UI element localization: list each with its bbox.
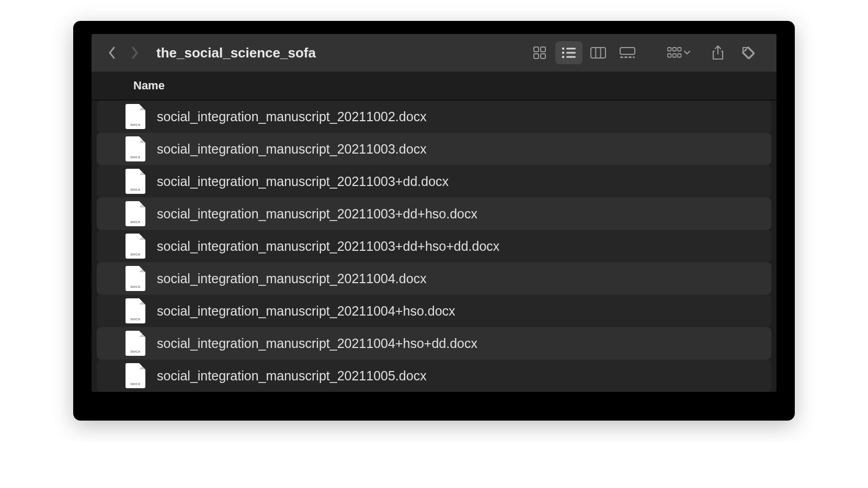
svg-rect-7 [566, 52, 576, 54]
file-name-label: social_integration_manuscript_20211004+h… [157, 304, 455, 319]
file-list: DOCX social_integration_manuscript_20211… [92, 100, 776, 392]
share-button[interactable] [704, 41, 732, 64]
svg-rect-9 [566, 56, 576, 58]
svg-rect-14 [620, 56, 623, 58]
svg-rect-21 [668, 54, 671, 57]
svg-rect-10 [591, 48, 606, 58]
file-row[interactable]: DOCX social_integration_manuscript_20211… [97, 197, 771, 230]
svg-rect-2 [534, 54, 539, 59]
svg-rect-16 [629, 56, 632, 58]
svg-rect-0 [534, 47, 539, 52]
svg-rect-19 [673, 48, 677, 51]
file-name-label: social_integration_manuscript_20211004+h… [157, 336, 477, 351]
file-name-label: social_integration_manuscript_20211004.d… [157, 271, 427, 286]
file-row[interactable]: DOCX social_integration_manuscript_20211… [97, 165, 771, 197]
docx-file-icon: DOCX [125, 331, 145, 356]
file-row[interactable]: DOCX social_integration_manuscript_20211… [97, 100, 771, 133]
file-row[interactable]: DOCX social_integration_manuscript_20211… [97, 230, 771, 262]
svg-rect-1 [541, 47, 545, 52]
docx-file-icon: DOCX [125, 104, 145, 129]
nav-arrows [106, 47, 141, 59]
gallery-icon [620, 47, 635, 59]
tag-icon [741, 45, 756, 60]
svg-rect-22 [673, 54, 677, 57]
grid-icon [533, 46, 546, 60]
column-header[interactable]: Name [92, 72, 776, 100]
file-row[interactable]: DOCX social_integration_manuscript_20211… [97, 262, 771, 295]
file-row[interactable]: DOCX social_integration_manuscript_20211… [97, 327, 771, 359]
list-icon [562, 47, 576, 59]
docx-file-icon: DOCX [125, 363, 145, 388]
folder-title: the_social_science_sofa [156, 45, 526, 61]
svg-rect-5 [566, 48, 576, 50]
docx-file-icon: DOCX [125, 201, 145, 226]
svg-rect-15 [624, 56, 627, 58]
file-name-label: social_integration_manuscript_20211003+d… [157, 206, 477, 222]
chevron-left-icon [108, 46, 116, 60]
docx-file-icon: DOCX [125, 298, 145, 323]
file-name-label: social_integration_manuscript_20211003+d… [157, 239, 499, 254]
chevron-down-icon [683, 50, 691, 55]
docx-file-icon: DOCX [125, 266, 145, 291]
window-frame: the_social_science_sofa [73, 21, 795, 421]
docx-file-icon: DOCX [125, 234, 145, 259]
svg-rect-17 [633, 56, 635, 58]
file-row[interactable]: DOCX social_integration_manuscript_20211… [97, 133, 771, 165]
toolbar-actions [667, 41, 762, 64]
svg-point-8 [562, 56, 564, 58]
finder-window: the_social_science_sofa [92, 34, 776, 392]
back-button[interactable] [106, 47, 118, 59]
icon-view-button[interactable] [526, 41, 553, 64]
svg-rect-18 [668, 48, 671, 51]
group-by-button[interactable] [667, 47, 691, 59]
svg-point-24 [745, 49, 747, 51]
name-column-label: Name [133, 79, 165, 92]
file-row[interactable]: DOCX social_integration_manuscript_20211… [97, 359, 771, 392]
docx-file-icon: DOCX [125, 136, 145, 161]
svg-point-4 [562, 48, 564, 50]
toolbar: the_social_science_sofa [92, 34, 776, 72]
tags-button[interactable] [735, 41, 762, 64]
file-row[interactable]: DOCX social_integration_manuscript_20211… [97, 295, 771, 327]
gallery-view-button[interactable] [614, 41, 641, 64]
list-view-button[interactable] [555, 41, 583, 64]
svg-rect-3 [541, 54, 545, 59]
file-name-label: social_integration_manuscript_20211003+d… [157, 174, 449, 189]
file-name-label: social_integration_manuscript_20211003.d… [157, 142, 427, 157]
share-icon [712, 45, 724, 61]
svg-rect-13 [620, 48, 635, 54]
docx-file-icon: DOCX [125, 169, 145, 194]
svg-rect-23 [678, 54, 681, 57]
columns-icon [590, 47, 606, 59]
view-mode-controls [526, 41, 641, 64]
group-icon [667, 47, 682, 59]
chevron-right-icon [131, 46, 139, 60]
file-name-label: social_integration_manuscript_20211005.d… [157, 368, 427, 384]
file-name-label: social_integration_manuscript_20211002.d… [157, 109, 427, 124]
svg-rect-20 [678, 48, 681, 51]
svg-point-6 [562, 52, 564, 54]
forward-button[interactable] [129, 47, 141, 59]
column-view-button[interactable] [585, 41, 612, 64]
